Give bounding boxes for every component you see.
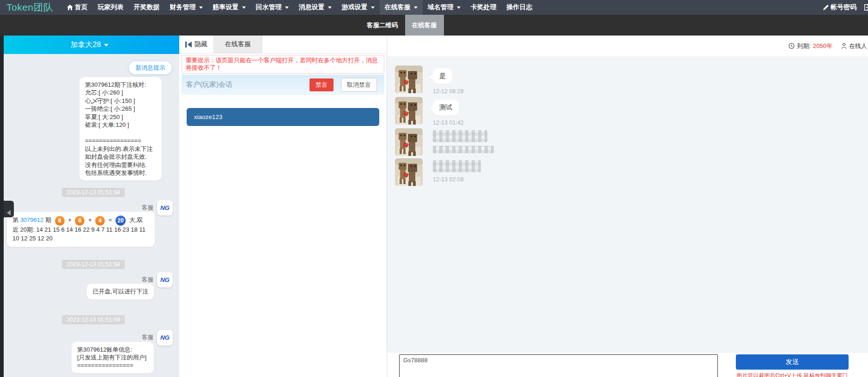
unmute-button[interactable]: 取消禁言 [341,78,377,92]
client-list-item-selected[interactable]: xiaoze123 [187,108,379,126]
nav-item-label: 开奖数据 [134,3,160,12]
group-chat-messages: 新消息提示 第3079612期下注核对: 允芯:[ 小:260 ] 心乄守护:[… [0,54,179,377]
logout-icon[interactable] [864,4,868,11]
nav-item-label: 游戏设置 [342,3,368,12]
nav-item-domain[interactable]: 域名管理 [423,0,466,15]
chevron-down-icon [104,44,109,47]
nav-item-draw-data[interactable]: 开奖数据 [129,0,165,15]
nav-item-label: 在线客服 [385,3,411,12]
room-selector[interactable]: 加拿大28 [0,36,179,54]
nav-item-operation-log[interactable]: 操作日志 [502,0,538,15]
nav-item-message-settings[interactable]: 消息设置 [294,0,337,15]
plus-sign: + [68,217,72,224]
service-message-bubble: 第3079612期下注核对: 允芯:[ 小:260 ] 心乄守护:[ 小:150… [79,77,162,180]
nav-item-online-service[interactable]: 在线客服 [380,0,423,15]
message-line: 裙裳:[ 大单:120 ] [85,121,156,129]
top-navbar: Token团队 首页 玩家列表 开奖数据 财务管理 赔率设置 回水管理 消息设置… [0,0,868,15]
hide-panel-button[interactable]: 隐藏 [179,36,213,53]
nav-item-stuck-prize[interactable]: 卡奖处理 [466,0,502,15]
nav-item-game-settings[interactable]: 游戏设置 [337,0,380,15]
message-line: 第3079612账单信息: [77,346,148,353]
mute-button[interactable]: 禁言 [310,78,334,91]
message-input[interactable]: Gs78888 [399,354,718,377]
chevron-down-icon [414,6,418,9]
draw-sum-ball: 20 [115,215,126,226]
draw-ball: 8 [55,216,65,226]
nav-item-finance[interactable]: 财务管理 [165,0,208,15]
nav-item-label: 财务管理 [170,3,196,12]
avatar-text: NG [160,276,170,283]
recent-draws-text: 近 20期: 14 21 15 6 14 16 22 9 4 7 11 16 2… [12,226,146,242]
redacted-message [433,160,481,172]
draw-prefix: 第 [12,217,18,224]
account-password-button[interactable]: 帐号密码 [821,3,858,12]
message-line: 如封盘会提示封盘无效. [85,153,156,161]
timestamp-divider: 2023-12-13 01:51:58 [62,188,125,197]
collapse-left-icon [185,42,192,48]
message-line: 莘夏:[ 大:250 ] [85,113,156,121]
issue-number-link[interactable]: 3079612 [20,217,44,224]
nav-item-home[interactable]: 首页 [62,0,93,15]
draw-ball: 8 [75,216,85,226]
customer-avatar [395,66,423,93]
customer-message-bubble: 是 [433,68,452,84]
important-warning-text: 重要提示：该页面只能在一个客户端打开，若同时在多个地方打开，消息将接收不了！ [182,55,384,74]
customer-message-row: 是 12-12 08:28 [395,66,868,95]
nav-item-label: 操作日志 [507,3,533,12]
tab-online-service[interactable]: 在线客服 [405,15,444,36]
message-line: ================ [77,361,148,369]
tab-label: 在线客服 [412,21,437,30]
chevron-down-icon [199,6,203,9]
main-area: 加拿大28 新消息提示 第3079612期下注核对: 允芯:[ 小:260 ] … [0,36,868,377]
message-time: 12-13 01:42 [433,120,464,126]
draw-ball: 4 [95,216,105,226]
message-body: 测试 12-13 01:42 [433,97,464,126]
service-avatar: NG [157,330,173,346]
redacted-timestamp [433,146,494,153]
room-title: 加拿大28 [71,40,101,50]
message-body: 12-13 02:08 [433,158,481,186]
nav-item-odds[interactable]: 赔率设置 [208,0,251,15]
nav-item-players[interactable]: 玩家列表 [93,0,129,15]
customer-message-bubble: 测试 [433,100,459,115]
chevron-down-icon [285,6,289,9]
message-line: 允芯:[ 小:260 ] [85,89,156,96]
message-line: ================ [85,137,156,144]
nav-right-group: 帐号密码 [819,3,868,12]
nav-item-label: 消息设置 [299,3,325,12]
left-edge-strip [0,36,4,377]
sender-name: 客服 [142,204,153,212]
nav-menu: 首页 玩家列表 开奖数据 财务管理 赔率设置 回水管理 消息设置 游戏设置 在线… [62,0,538,15]
tab-service-qrcode[interactable]: 客服二维码 [360,15,405,36]
group-chat-panel: 加拿大28 新消息提示 第3079612期下注核对: 允芯:[ 小:260 ] … [0,36,179,377]
subnav-tabs: 客服二维码 在线客服 [360,15,444,36]
send-button[interactable]: 发送 [736,354,849,370]
service-avatar: NG [157,200,173,215]
client-session-panel: 隐藏 在线客服 重要提示：该页面只能在一个客户端打开，若同时在多个地方打开，消息… [179,36,387,377]
avatar-text: NG [160,334,170,341]
chevron-down-icon [457,6,461,9]
customer-message-row: 测试 12-13 01:42 [395,97,868,126]
nav-item-rebate[interactable]: 回水管理 [251,0,294,15]
brand-logo: Token团队 [6,1,54,14]
message-body: 是 12-12 08:28 [433,66,464,95]
timestamp-divider: 2023-12-13 01:51:58 [62,260,125,269]
customer-chat-messages: 是 12-12 08:28 测试 12-13 01:42 [387,56,868,352]
customer-message-row: 12-13 02:08 [395,158,868,186]
draw-result-text: 大,双 [129,217,143,224]
message-line: 以上未列出的.表示未下注 [85,145,156,153]
expiry-clock-icon [789,43,795,49]
sender-name: 客服 [142,334,153,341]
equals-sign: = [109,217,112,224]
new-message-alert-button[interactable]: 新消息提示 [129,61,172,74]
service-avatar: NG [157,272,173,287]
collapse-handle[interactable] [4,201,14,217]
message-line: 一骑绝尘:[ 小:265 ] [85,105,156,113]
online-count-label: 在线人 [849,42,867,50]
message-body [433,128,494,156]
customer-message-row [395,128,868,156]
nav-item-label: 首页 [75,3,88,12]
session-list-header: 客户(玩家)会话 禁言 取消禁言 [182,75,384,95]
tab-online-service-inner[interactable]: 在线客服 [213,36,262,53]
collapse-left-icon [7,210,11,215]
